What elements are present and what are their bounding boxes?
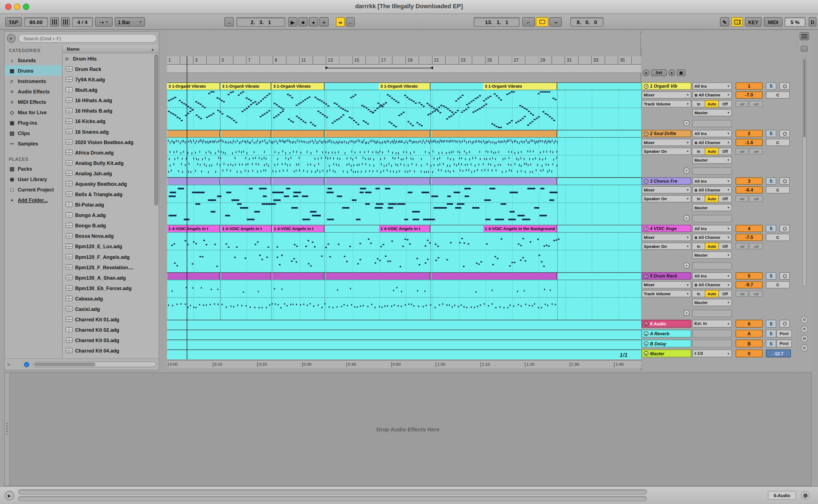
- clip[interactable]: 3 1-Organ5 Vibrato: [483, 83, 557, 90]
- volume-display[interactable]: -7.0: [736, 91, 763, 99]
- panel-splitter[interactable]: [160, 31, 167, 370]
- solo-button[interactable]: S: [766, 320, 776, 328]
- arrangement-position-display[interactable]: 2. 3. 1: [236, 17, 285, 27]
- sidebar-item-current-project[interactable]: □Current Project: [5, 184, 62, 194]
- track-number-badge[interactable]: 4: [736, 225, 763, 232]
- channel-select[interactable]: ≣All Channe▼: [692, 234, 732, 241]
- track-number-badge[interactable]: 0: [736, 350, 763, 357]
- punch-in-button[interactable]: ⌐: [522, 17, 535, 27]
- post-button[interactable]: Post: [776, 340, 792, 348]
- computer-midi-keyboard-button[interactable]: [731, 17, 743, 27]
- sidebar-item-instruments[interactable]: ♬Instruments: [5, 76, 62, 86]
- arm-button[interactable]: [779, 225, 790, 232]
- mixer-section-toggle-d[interactable]: D: [801, 344, 808, 352]
- arm-button[interactable]: [779, 320, 790, 328]
- monitor-off[interactable]: Off: [718, 148, 732, 155]
- nudge-up-button[interactable]: [61, 17, 70, 27]
- record-button[interactable]: ●: [309, 17, 318, 27]
- track-title[interactable]: ▾3 Chorus Fre: [642, 177, 691, 185]
- clip[interactable]: [431, 178, 557, 185]
- sidebar-item-packs[interactable]: ▧Packs: [5, 163, 62, 174]
- fold-icon[interactable]: ▸: [644, 341, 648, 346]
- clip[interactable]: [167, 178, 220, 185]
- back-to-arrangement-button[interactable]: ←: [346, 17, 355, 27]
- list-item[interactable]: 8butt.adg: [63, 85, 159, 95]
- search-input[interactable]: Search (Cmd + F): [18, 34, 157, 43]
- solo-button[interactable]: S: [766, 330, 776, 338]
- list-item[interactable]: 16 Snares.adg: [63, 126, 159, 137]
- sidebar-item-drums[interactable]: ▦Drums: [5, 65, 62, 76]
- fold-icon[interactable]: ▾: [644, 84, 648, 88]
- clip[interactable]: 3 1-Organ5 Vibrato: [221, 83, 271, 90]
- file-list-header[interactable]: Name ▲: [63, 45, 159, 53]
- mixer-section-toggle-m[interactable]: M: [801, 335, 808, 342]
- clip[interactable]: [272, 273, 324, 280]
- clip[interactable]: [221, 273, 271, 280]
- monitor-in[interactable]: In: [692, 148, 705, 155]
- arm-button[interactable]: [779, 177, 790, 185]
- notification-bell-icon[interactable]: [801, 491, 810, 500]
- monitor-auto[interactable]: Auto: [705, 243, 719, 250]
- clip[interactable]: [325, 130, 431, 137]
- vertical-scroll-thumb[interactable]: [803, 59, 806, 137]
- list-item[interactable]: ▷Drum Hits: [63, 53, 159, 64]
- re-enable-automation-button[interactable]: ∞: [336, 17, 345, 27]
- list-item[interactable]: Bongo A.adg: [63, 210, 159, 220]
- channel-select[interactable]: ≣All Channe▼: [692, 139, 732, 146]
- mixer-section-toggle-r[interactable]: R: [801, 325, 808, 333]
- fold-icon[interactable]: ▾: [644, 179, 648, 183]
- time-signature-display[interactable]: 4 / 4: [72, 17, 93, 27]
- volume-display[interactable]: -7.5: [736, 234, 763, 241]
- clip[interactable]: [431, 130, 557, 137]
- preview-wave-icon[interactable]: ≈: [7, 362, 10, 367]
- solo-button[interactable]: S: [766, 82, 776, 90]
- clip[interactable]: 1 4-VOIC Angels in t: [221, 225, 272, 232]
- clip[interactable]: 1 4-VOIC Angels in t: [272, 225, 324, 232]
- loop-switch-button[interactable]: [536, 17, 548, 27]
- clip[interactable]: 3 1-Organ5 Vibrato: [272, 83, 324, 90]
- sidebar-item-plug-ins[interactable]: ▣Plug-ins: [5, 117, 62, 128]
- list-item[interactable]: Bossa Nova.adg: [63, 231, 159, 241]
- track-title[interactable]: ▾5 Drum Rack: [642, 272, 691, 280]
- clip[interactable]: [272, 178, 324, 185]
- sidebar-item-midi-effects[interactable]: ≡MIDI Effects: [5, 96, 62, 107]
- monitor-off[interactable]: Off: [718, 243, 732, 250]
- clip[interactable]: [221, 130, 271, 137]
- browser-nav-icon[interactable]: ▸: [7, 34, 16, 43]
- pan-control[interactable]: C: [766, 139, 790, 146]
- list-item[interactable]: 16 Hihats A.adg: [63, 95, 159, 105]
- monitor-in[interactable]: In: [692, 195, 705, 202]
- output-select[interactable]: ‖1/2▼: [692, 350, 732, 357]
- list-item[interactable]: Bpm130_Eb_Forcer.adg: [63, 283, 159, 293]
- io-select[interactable]: All Ins▼: [692, 177, 732, 185]
- device-select[interactable]: Mixer▼: [642, 91, 691, 99]
- device-select[interactable]: Mixer▼: [642, 234, 691, 241]
- output-select[interactable]: Master▼: [692, 156, 732, 164]
- add-automation-button[interactable]: +: [683, 262, 690, 269]
- sidebar-item-user-library[interactable]: ◉User Library: [5, 174, 62, 184]
- sidebar-item-sounds[interactable]: ♪Sounds: [5, 55, 62, 65]
- fold-icon[interactable]: ▸: [644, 321, 648, 326]
- monitor-auto[interactable]: Auto: [705, 148, 719, 155]
- pan-control[interactable]: C: [766, 186, 790, 194]
- list-item[interactable]: 7y9A Kit.adg: [63, 74, 159, 84]
- list-item[interactable]: 16 Hihats B.adg: [63, 105, 159, 116]
- clip[interactable]: [325, 273, 431, 280]
- sidebar-item-audio-effects[interactable]: ≈Audio Effects: [5, 86, 62, 96]
- monitor-off[interactable]: Off: [718, 100, 732, 108]
- follow-button[interactable]: →: [224, 17, 234, 27]
- loop-start-display[interactable]: 13. 1. 1: [474, 17, 520, 27]
- punch-out-button[interactable]: ¬: [549, 17, 562, 27]
- monitor-auto[interactable]: Auto: [705, 100, 719, 108]
- pan-control[interactable]: C: [766, 281, 790, 288]
- quantize-menu[interactable]: 1 Bar▼: [115, 17, 145, 27]
- list-item[interactable]: Bpm130_A_Shan.adg: [63, 272, 159, 283]
- track-title[interactable]: ▸Master: [642, 350, 691, 357]
- clip[interactable]: 1 4-VOIC Angels in the Background: [483, 225, 557, 232]
- overdub-button[interactable]: +: [319, 17, 328, 27]
- preview-play-icon[interactable]: ▶: [5, 491, 14, 500]
- control-select[interactable]: Speaker On▼: [642, 148, 691, 155]
- list-item[interactable]: Africa Drum.adg: [63, 147, 159, 157]
- track-title[interactable]: ▸B Delay: [642, 340, 691, 348]
- clip[interactable]: 1 4-VOIC Angels in t: [379, 225, 431, 232]
